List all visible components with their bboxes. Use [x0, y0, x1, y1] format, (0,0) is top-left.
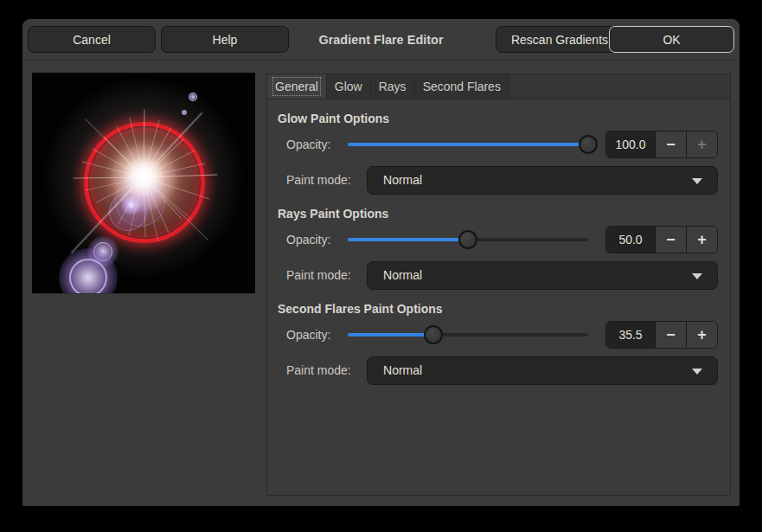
general-tab-content: Glow Paint Options Opacity: 100.0 − + Pa…: [267, 99, 730, 385]
second-flare-dot-large: [189, 93, 197, 101]
second-flares-opacity-spinbox: 35.5 − +: [605, 321, 718, 349]
glow-opacity-spinbox: 100.0 − +: [605, 131, 718, 158]
tab-rays[interactable]: Rays: [371, 74, 415, 99]
glow-opacity-row: Opacity: 100.0 − +: [286, 131, 718, 158]
plus-icon[interactable]: +: [686, 227, 717, 253]
rays-opacity-slider[interactable]: [348, 228, 588, 251]
slider-handle[interactable]: [579, 135, 598, 154]
second-flares-opacity-row: Opacity: 35.5 − +: [286, 321, 718, 349]
glow-opacity-slider[interactable]: [348, 133, 588, 156]
rays-opacity-row: Opacity: 50.0 − +: [286, 226, 718, 253]
rays-paint-mode-value: Normal: [383, 268, 422, 282]
rays-paint-mode-label: Paint mode:: [286, 268, 367, 282]
minus-icon[interactable]: −: [655, 131, 686, 157]
gradient-flare-editor-dialog: Gradient Flare Editor Cancel Help Rescan…: [22, 19, 740, 506]
help-button[interactable]: Help: [161, 26, 289, 53]
chevron-down-icon: [692, 273, 702, 279]
notebook-frame: General Glow Rays Second Flares Glow Pai…: [266, 74, 731, 496]
rays-paint-mode-row: Paint mode: Normal: [286, 260, 718, 290]
glow-section-heading: Glow Paint Options: [278, 112, 718, 125]
second-flares-opacity-label: Opacity:: [286, 328, 348, 342]
second-flares-section-heading: Second Flares Paint Options: [278, 302, 718, 316]
flare-core-glow-shape: [109, 143, 178, 212]
minus-icon[interactable]: −: [655, 322, 686, 348]
slider-fill: [348, 333, 433, 337]
tab-second-flares[interactable]: Second Flares: [415, 74, 509, 99]
tab-rays-label: Rays: [379, 80, 407, 93]
tab-second-flares-label: Second Flares: [423, 80, 501, 93]
glow-opacity-input[interactable]: 100.0: [606, 131, 655, 157]
second-flares-paint-mode-label: Paint mode:: [286, 363, 367, 377]
chevron-down-icon: [692, 369, 702, 375]
header-bar: Gradient Flare Editor Cancel Help Rescan…: [22, 19, 740, 61]
second-flares-paint-mode-row: Paint mode: Normal: [286, 356, 718, 385]
rays-opacity-input[interactable]: 50.0: [606, 227, 655, 253]
glow-paint-mode-row: Paint mode: Normal: [286, 165, 718, 195]
slider-fill: [348, 238, 468, 241]
second-flares-opacity-input[interactable]: 35.5: [606, 322, 655, 348]
rescan-gradients-button[interactable]: Rescan Gradients: [496, 26, 624, 53]
chevron-down-icon: [692, 178, 702, 184]
slider-handle[interactable]: [424, 325, 443, 344]
second-flares-opacity-slider[interactable]: [348, 324, 588, 346]
glow-paint-mode-label: Paint mode:: [286, 173, 367, 187]
tab-strip: General Glow Rays Second Flares: [267, 74, 730, 99]
second-flare-large-ring: [69, 259, 107, 294]
glow-paint-mode-value: Normal: [383, 173, 422, 187]
flare-preview: [32, 73, 255, 294]
tab-general-label: General: [275, 80, 318, 93]
rays-opacity-label: Opacity:: [286, 233, 348, 247]
second-flares-paint-mode-value: Normal: [383, 363, 422, 377]
rays-opacity-spinbox: 50.0 − +: [605, 226, 718, 253]
rays-paint-mode-dropdown[interactable]: Normal: [367, 261, 718, 290]
tab-general[interactable]: General: [267, 74, 327, 99]
ok-button[interactable]: OK: [609, 26, 734, 53]
plus-icon[interactable]: +: [686, 131, 717, 157]
slider-handle[interactable]: [458, 230, 477, 249]
slider-fill: [348, 143, 588, 146]
tab-glow[interactable]: Glow: [327, 74, 371, 99]
cancel-button[interactable]: Cancel: [28, 26, 156, 53]
tab-glow-label: Glow: [335, 80, 362, 93]
second-flares-paint-mode-dropdown[interactable]: Normal: [367, 356, 718, 385]
second-flare-dot-small: [182, 110, 187, 115]
minus-icon[interactable]: −: [655, 227, 686, 253]
plus-icon[interactable]: +: [686, 322, 717, 348]
rays-section-heading: Rays Paint Options: [278, 207, 718, 221]
glow-opacity-label: Opacity:: [286, 138, 348, 151]
glow-paint-mode-dropdown[interactable]: Normal: [367, 166, 718, 195]
tab-strip-filler: [509, 74, 730, 99]
